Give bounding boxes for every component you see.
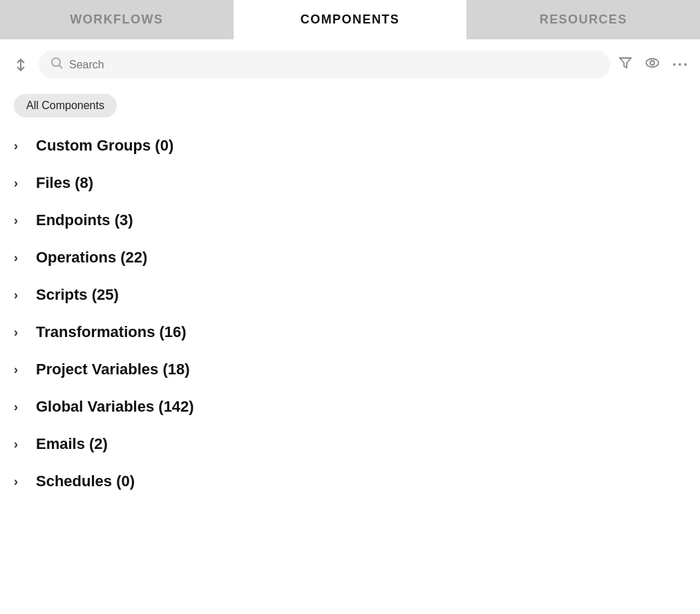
- more-options-icon[interactable]: ···: [672, 56, 689, 74]
- chevron-right-icon: ›: [14, 325, 26, 340]
- search-bar: [39, 50, 610, 79]
- component-item-label: Scripts (25): [36, 286, 119, 304]
- component-item-label: Custom Groups (0): [36, 137, 173, 155]
- toolbar-actions: ···: [618, 55, 689, 74]
- list-item[interactable]: ›Scripts (25): [14, 276, 686, 314]
- all-components-pill[interactable]: All Components: [14, 94, 117, 117]
- component-item-label: Project Variables (18): [36, 361, 190, 378]
- search-icon: [50, 56, 64, 73]
- tab-components[interactable]: COMPONENTS: [234, 0, 467, 39]
- component-item-label: Emails (2): [36, 435, 108, 453]
- component-item-label: Files (8): [36, 174, 93, 192]
- tab-bar: WORKFLOWS COMPONENTS RESOURCES: [0, 0, 700, 39]
- component-item-label: Global Variables (142): [36, 398, 194, 416]
- chevron-right-icon: ›: [14, 363, 26, 377]
- list-item[interactable]: ›Global Variables (142): [14, 388, 686, 425]
- svg-point-0: [52, 58, 60, 66]
- svg-point-3: [646, 59, 659, 67]
- svg-point-4: [650, 61, 654, 65]
- filter-row: All Components: [0, 90, 700, 127]
- component-item-label: Transformations (16): [36, 323, 187, 341]
- list-item[interactable]: ›Schedules (0): [14, 463, 686, 500]
- component-item-label: Endpoints (3): [36, 211, 133, 229]
- filter-icon[interactable]: [618, 56, 632, 73]
- tab-workflows[interactable]: WORKFLOWS: [0, 0, 234, 39]
- sort-toggle-button[interactable]: [11, 55, 30, 75]
- list-item[interactable]: ›Operations (22): [14, 239, 686, 276]
- chevron-right-icon: ›: [14, 176, 26, 191]
- list-item[interactable]: ›Project Variables (18): [14, 351, 686, 388]
- eye-icon[interactable]: [645, 55, 660, 74]
- chevron-right-icon: ›: [14, 474, 26, 489]
- list-item[interactable]: ›Custom Groups (0): [14, 127, 686, 164]
- toolbar: ···: [0, 39, 700, 90]
- list-item[interactable]: ›Transformations (16): [14, 314, 686, 351]
- chevron-right-icon: ›: [14, 213, 26, 228]
- component-item-label: Operations (22): [36, 249, 147, 267]
- chevron-right-icon: ›: [14, 251, 26, 265]
- chevron-right-icon: ›: [14, 437, 26, 452]
- list-item[interactable]: ›Files (8): [14, 164, 686, 202]
- list-item[interactable]: ›Endpoints (3): [14, 202, 686, 239]
- component-item-label: Schedules (0): [36, 472, 135, 490]
- search-input[interactable]: [69, 59, 599, 71]
- chevron-right-icon: ›: [14, 139, 26, 153]
- svg-marker-2: [620, 58, 631, 68]
- component-list: ›Custom Groups (0)›Files (8)›Endpoints (…: [0, 127, 700, 500]
- svg-line-1: [59, 66, 63, 69]
- chevron-right-icon: ›: [14, 288, 26, 303]
- chevron-right-icon: ›: [14, 400, 26, 414]
- tab-resources[interactable]: RESOURCES: [466, 0, 700, 39]
- list-item[interactable]: ›Emails (2): [14, 425, 686, 463]
